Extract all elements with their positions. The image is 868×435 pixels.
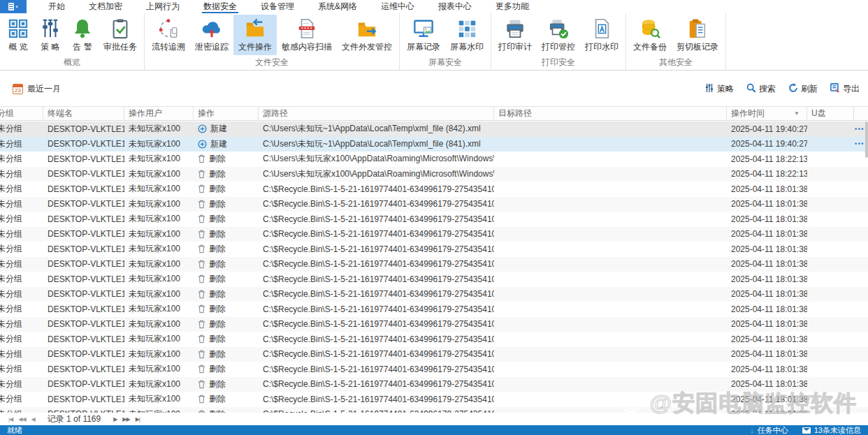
- th-group[interactable]: 分组: [0, 107, 43, 120]
- cell-user: 未知玩家x100: [124, 167, 194, 182]
- ribbon-item-approval-tasks[interactable]: 审批任务: [99, 15, 142, 55]
- cell-source-path: C:\Users\未知玩~1\AppData\Local\Temp\xml_fi…: [259, 137, 494, 152]
- cell-action: 删除: [194, 302, 259, 317]
- cell-user: 未知玩家x100: [124, 347, 194, 362]
- ribbon-group-screen-security: 屏幕记录 屏幕水印 屏幕安全: [400, 13, 491, 70]
- table-row[interactable]: 未分组DESKTOP-VLKTLE1未知玩家x100删除C:\$Recycle.…: [0, 257, 868, 272]
- page-next-button[interactable]: ▶: [110, 416, 120, 422]
- cell-action: 删除: [194, 227, 259, 242]
- ribbon-item-leak-track[interactable]: 泄密追踪: [190, 15, 233, 55]
- policy-button[interactable]: 策略: [704, 83, 734, 95]
- ribbon-item-screen-watermark[interactable]: 屏幕水印: [445, 15, 489, 55]
- cell-usb: [807, 347, 854, 362]
- th-time[interactable]: 操作时间▼: [727, 107, 807, 120]
- ribbon-item-print-watermark[interactable]: 打印水印: [580, 15, 623, 55]
- vertical-scrollbar[interactable]: [865, 121, 868, 413]
- th-target-path[interactable]: 目标路径: [494, 107, 727, 120]
- cell-group: 未分组: [0, 272, 43, 287]
- menu-tab-system-network[interactable]: 系统&网络: [306, 0, 369, 13]
- cell-usb: [807, 137, 854, 152]
- cell-terminal: DESKTOP-VLKTLE1: [43, 362, 124, 377]
- task-center-button[interactable]: ↓ 任务中心: [750, 425, 788, 435]
- table-row[interactable]: 未分组DESKTOP-VLKTLE1未知玩家x100删除C:\Users\未知玩…: [0, 152, 868, 167]
- ribbon-item-file-outgoing-control[interactable]: 文件外发管控: [337, 15, 397, 55]
- ribbon-item-print-audit[interactable]: 打印审计: [493, 15, 537, 55]
- scrollbar-thumb[interactable]: [865, 121, 868, 158]
- ribbon-item-label: 敏感内容扫描: [282, 41, 332, 53]
- menu-tab-ops-center[interactable]: 运维中心: [369, 0, 426, 13]
- page-prev-button[interactable]: ◀: [29, 416, 38, 422]
- cell-target-path: [494, 317, 727, 332]
- row-menu-dots-icon[interactable]: •••: [855, 140, 865, 147]
- table-row[interactable]: 未分组DESKTOP-VLKTLE1未知玩家x100删除C:\$Recycle.…: [0, 317, 868, 332]
- page-fast-prev-button[interactable]: ◀◀: [15, 416, 28, 422]
- table-row[interactable]: 未分组DESKTOP-VLKTLE1未知玩家x100删除C:\$Recycle.…: [0, 347, 868, 362]
- trash-icon: [198, 244, 205, 253]
- table-row[interactable]: 未分组DESKTOP-VLKTLE1未知玩家x100删除C:\$Recycle.…: [0, 332, 868, 347]
- menu-tab-start[interactable]: 开始: [36, 0, 77, 13]
- menu-tab-report-center[interactable]: 报表中心: [426, 0, 484, 13]
- th-action[interactable]: 操作: [194, 107, 259, 120]
- ribbon-item-file-backup[interactable]: 文件备份: [628, 15, 672, 55]
- ribbon-item-overview[interactable]: 概 览: [2, 15, 34, 55]
- cell-source-path: C:\$Recycle.Bin\S-1-5-21-1619774401-6349…: [259, 227, 494, 242]
- table-row[interactable]: 未分组DESKTOP-VLKTLE1未知玩家x100删除C:\$Recycle.…: [0, 392, 868, 407]
- table-body: 未分组DESKTOP-VLKTLE1未知玩家x100新建C:\Users\未知玩…: [0, 121, 868, 413]
- cell-action: 删除: [194, 197, 259, 212]
- table-row[interactable]: 未分组DESKTOP-VLKTLE1未知玩家x100新建C:\Users\未知玩…: [0, 137, 868, 152]
- trash-icon: [198, 184, 205, 193]
- ribbon-item-sensitive-scan[interactable]: 敏感内容扫描: [277, 15, 337, 55]
- menu-tab-device-management[interactable]: 设备管理: [249, 0, 306, 13]
- cell-time: 2025-04-11 18:01:38: [727, 407, 807, 413]
- cell-group: 未分组: [0, 121, 43, 137]
- menu-tab-more-features[interactable]: 更多功能: [484, 0, 541, 13]
- ribbon-item-screen-record[interactable]: 屏幕记录: [402, 15, 445, 55]
- ribbon-item-print-control[interactable]: 打印管控: [537, 15, 580, 55]
- menu-tab-data-security[interactable]: 数据安全: [191, 0, 249, 13]
- page-fast-next-button[interactable]: ▶▶: [120, 416, 132, 422]
- menu-tab-doc-encryption[interactable]: 文档加密: [77, 0, 134, 13]
- ribbon-item-policy[interactable]: 策 略: [34, 15, 66, 55]
- cell-user: 未知玩家x100: [124, 332, 194, 347]
- table-row[interactable]: 未分组DESKTOP-VLKTLE1未知玩家x100删除C:\$Recycle.…: [0, 227, 868, 242]
- export-button[interactable]: 导出: [830, 83, 860, 95]
- cell-target-path: [494, 137, 727, 152]
- search-button[interactable]: 搜索: [746, 83, 776, 95]
- page-last-button[interactable]: ▶|: [133, 416, 143, 422]
- date-range-filter[interactable]: 23 最近一月: [13, 83, 61, 95]
- ribbon-item-clipboard-record[interactable]: 剪切板记录: [672, 15, 723, 55]
- table-row[interactable]: 未分组DESKTOP-VLKTLE1未知玩家x100删除C:\$Recycle.…: [0, 287, 868, 302]
- table-row[interactable]: 未分组DESKTOP-VLKTLE1未知玩家x100删除C:\Users\未知玩…: [0, 167, 868, 182]
- unread-messages-label: 13条未读信息: [814, 425, 861, 435]
- approval-clipboard-icon: [109, 17, 131, 40]
- table-row[interactable]: 未分组DESKTOP-VLKTLE1未知玩家x100删除C:\$Recycle.…: [0, 302, 868, 317]
- ribbon-item-flow-trace[interactable]: 流转追溯: [147, 15, 190, 55]
- table-row[interactable]: 未分组DESKTOP-VLKTLE1未知玩家x100新建C:\Users\未知玩…: [0, 121, 868, 137]
- cell-time: 2025-04-11 18:01:38: [727, 242, 807, 257]
- filter-caret-icon[interactable]: ▼: [794, 110, 802, 117]
- page-first-button[interactable]: |◀: [6, 416, 15, 422]
- th-usb[interactable]: U盘: [807, 107, 854, 120]
- cell-usb: [807, 302, 854, 317]
- cell-time: 2025-04-11 18:01:38: [727, 362, 807, 377]
- th-source-path[interactable]: 源路径: [259, 107, 494, 120]
- cell-source-path: C:\$Recycle.Bin\S-1-5-21-1619774401-6349…: [259, 407, 494, 413]
- app-menu-button[interactable]: ▾: [0, 0, 27, 13]
- table-row[interactable]: 未分组DESKTOP-VLKTLE1未知玩家x100删除C:\$Recycle.…: [0, 182, 868, 197]
- th-terminal[interactable]: 终端名: [43, 107, 124, 120]
- table-row[interactable]: 未分组DESKTOP-VLKTLE1未知玩家x100删除C:\$Recycle.…: [0, 407, 868, 413]
- table-row[interactable]: 未分组DESKTOP-VLKTLE1未知玩家x100删除C:\$Recycle.…: [0, 377, 868, 392]
- table-row[interactable]: 未分组DESKTOP-VLKTLE1未知玩家x100删除C:\$Recycle.…: [0, 197, 868, 212]
- table-row[interactable]: 未分组DESKTOP-VLKTLE1未知玩家x100删除C:\$Recycle.…: [0, 212, 868, 227]
- table-row[interactable]: 未分组DESKTOP-VLKTLE1未知玩家x100删除C:\$Recycle.…: [0, 362, 868, 377]
- ribbon-item-alert[interactable]: 告 警: [66, 15, 99, 55]
- refresh-button[interactable]: 刷新: [788, 83, 818, 95]
- table-row[interactable]: 未分组DESKTOP-VLKTLE1未知玩家x100删除C:\$Recycle.…: [0, 272, 868, 287]
- menu-tab-web-behavior[interactable]: 上网行为: [134, 0, 191, 13]
- unread-messages-button[interactable]: 13条未读信息: [802, 425, 861, 435]
- th-user[interactable]: 操作用户: [124, 107, 194, 120]
- cell-group: 未分组: [0, 197, 43, 212]
- ribbon-item-file-operations[interactable]: 文件操作: [233, 15, 277, 55]
- table-row[interactable]: 未分组DESKTOP-VLKTLE1未知玩家x100删除C:\$Recycle.…: [0, 242, 868, 257]
- row-menu-dots-icon[interactable]: •••: [855, 126, 865, 133]
